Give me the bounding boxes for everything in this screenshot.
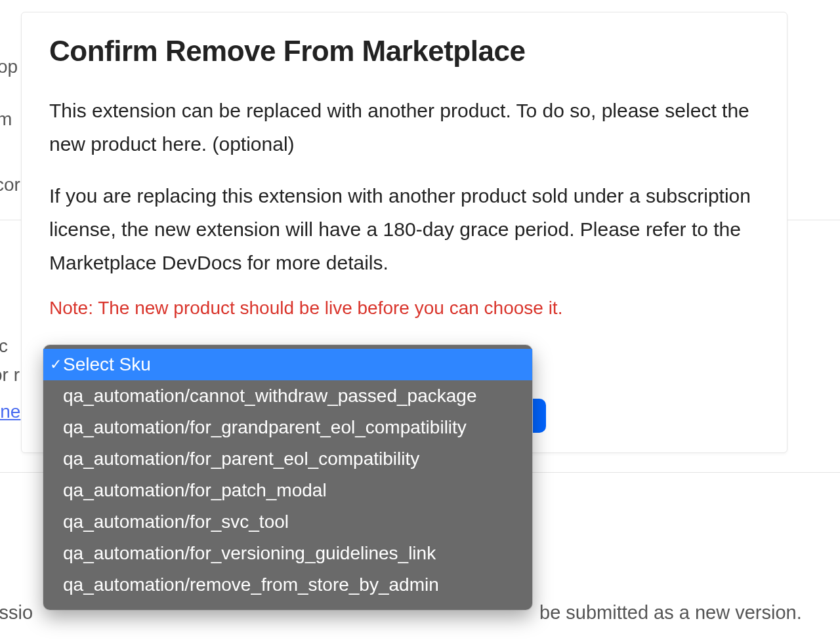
modal-paragraph-2: If you are replacing this extension with… [49, 179, 759, 279]
modal-title: Confirm Remove From Marketplace [49, 35, 759, 68]
sku-option-label: qa_automation/for_parent_eol_compatibili… [63, 449, 419, 470]
confirm-button-edge[interactable] [533, 399, 546, 433]
modal-paragraph-1: This extension can be replaced with anot… [49, 94, 759, 161]
modal-note: Note: The new product should be live bef… [49, 298, 759, 319]
bg-text: or r [0, 365, 20, 386]
check-icon: ✓ [50, 356, 62, 373]
sku-option-label: qa_automation/for_svc_tool [63, 511, 289, 532]
footer-text-left: issio [0, 602, 33, 624]
bg-text: c [0, 336, 8, 357]
bg-text: m [0, 109, 12, 130]
sku-option-placeholder[interactable]: ✓ Select Sku [43, 349, 532, 380]
sku-option-label: qa_automation/for_patch_modal [63, 480, 327, 501]
sku-option-label: qa_automation/for_grandparent_eol_compat… [63, 417, 467, 438]
footer-text-right: be submitted as a new version. [539, 602, 802, 624]
sku-option[interactable]: qa_automation/for_grandparent_eol_compat… [43, 412, 532, 443]
sku-option[interactable]: qa_automation/for_patch_modal [43, 475, 532, 506]
sku-option[interactable]: qa_automation/for_parent_eol_compatibili… [43, 443, 532, 475]
sku-option-label: qa_automation/cannot_withdraw_passed_pac… [63, 386, 476, 407]
sku-option[interactable]: qa_automation/cannot_withdraw_passed_pac… [43, 380, 532, 412]
sku-option-label: Select Sku [63, 354, 151, 375]
sku-option[interactable]: qa_automation/for_svc_tool [43, 506, 532, 538]
bg-text: cor [0, 174, 20, 195]
sku-option[interactable]: qa_automation/remove_from_store_by_admin [43, 569, 532, 601]
sku-option-label: qa_automation/for_versioning_guidelines_… [63, 543, 436, 564]
sku-option-label: qa_automation/remove_from_store_by_admin [63, 574, 439, 595]
sku-select-dropdown[interactable]: ✓ Select Sku qa_automation/cannot_withdr… [43, 345, 532, 610]
bg-link[interactable]: ine [0, 401, 20, 422]
bg-text: op [0, 56, 18, 77]
sku-option[interactable]: qa_automation/for_versioning_guidelines_… [43, 538, 532, 569]
